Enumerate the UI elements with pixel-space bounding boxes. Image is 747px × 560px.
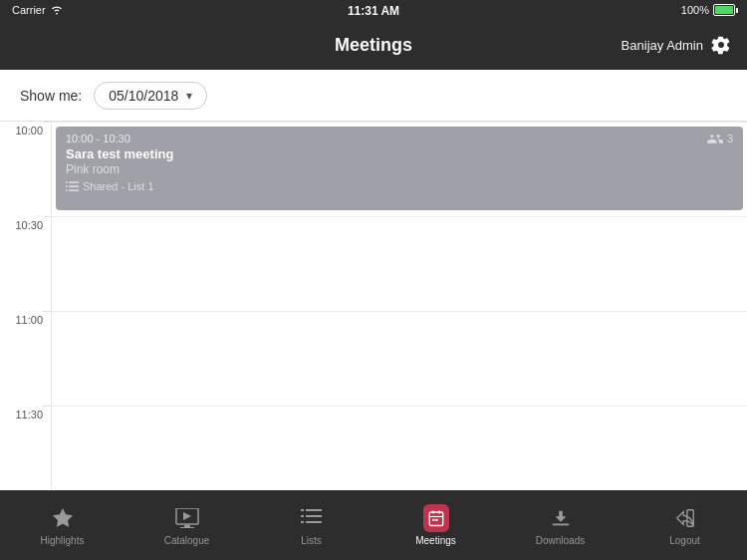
- battery-icon: [713, 4, 735, 16]
- wifi-icon: [50, 5, 64, 15]
- chevron-down-icon: ▾: [186, 89, 192, 103]
- time-label-1000: 10:00: [15, 126, 43, 137]
- settings-icon[interactable]: [711, 35, 731, 55]
- event-room: Pink room: [66, 162, 733, 176]
- lists-icon: [299, 505, 325, 531]
- svg-rect-11: [306, 515, 322, 517]
- event-title: Sara test meeting: [66, 146, 733, 161]
- time-slot-1130: 11:30: [0, 406, 51, 490]
- date-value: 05/10/2018: [109, 88, 178, 104]
- svg-rect-13: [301, 509, 304, 511]
- admin-name: Banijay Admin: [622, 38, 703, 53]
- lists-label: Lists: [301, 535, 322, 546]
- tab-logout[interactable]: Logout: [622, 497, 747, 554]
- show-me-label: Show me:: [20, 88, 82, 104]
- svg-rect-12: [306, 521, 322, 523]
- status-time: 11:31 AM: [348, 4, 399, 18]
- highlights-label: Highlights: [41, 535, 85, 546]
- svg-rect-20: [432, 518, 434, 520]
- hour-block-10: 3 10:00 - 10:30 Sara test meeting Pink r…: [52, 122, 747, 216]
- svg-rect-9: [180, 527, 194, 528]
- svg-rect-1: [69, 185, 79, 187]
- time-column: 10:00 10:30 11:00 11:30: [0, 122, 52, 490]
- svg-rect-2: [69, 189, 79, 191]
- svg-marker-7: [183, 512, 191, 520]
- svg-rect-8: [184, 525, 190, 527]
- catalogue-label: Catalogue: [164, 535, 210, 546]
- svg-rect-0: [69, 181, 79, 183]
- event-time: 10:00 - 10:30: [66, 133, 733, 144]
- hour-block-1130: [52, 406, 747, 490]
- svg-rect-15: [301, 521, 304, 523]
- event-list-name: Shared - List 1: [83, 180, 154, 192]
- svg-rect-14: [301, 515, 304, 517]
- tab-bar: Highlights Catalogue Lists: [0, 490, 747, 560]
- svg-rect-10: [306, 509, 322, 511]
- status-bar: Carrier 11:31 AM 100%: [0, 0, 747, 20]
- hour-block-1030: [52, 216, 747, 311]
- event-attendees: 3: [707, 133, 733, 144]
- date-dropdown[interactable]: 05/10/2018 ▾: [94, 82, 207, 110]
- tab-lists[interactable]: Lists: [249, 497, 374, 554]
- attendees-count: 3: [727, 133, 733, 144]
- list-icon: [66, 181, 79, 192]
- downloads-label: Downloads: [536, 535, 585, 546]
- catalogue-icon: [174, 505, 200, 531]
- hour-block-1100: [52, 311, 747, 406]
- time-label-1100: 11:00: [15, 315, 43, 326]
- tab-highlights[interactable]: Highlights: [0, 497, 124, 554]
- time-slot-1000: 10:00: [0, 122, 51, 216]
- meetings-label: Meetings: [415, 535, 456, 546]
- event-list: Shared - List 1: [66, 180, 733, 192]
- svg-rect-3: [66, 181, 68, 183]
- tab-meetings[interactable]: Meetings: [374, 497, 498, 554]
- content-area: Show me: 05/10/2018 ▾ 10:00 10:30 11:00 …: [0, 70, 747, 490]
- highlights-icon: [50, 505, 76, 531]
- svg-rect-5: [66, 189, 68, 191]
- time-label-1030: 10:30: [15, 220, 43, 231]
- battery-label: 100%: [681, 4, 709, 16]
- svg-rect-4: [66, 185, 68, 187]
- svg-rect-22: [552, 523, 569, 525]
- admin-area: Banijay Admin: [622, 35, 731, 55]
- header: Meetings Banijay Admin: [0, 20, 747, 70]
- downloads-icon: [548, 505, 574, 531]
- carrier-label: Carrier: [12, 4, 46, 16]
- event-card[interactable]: 3 10:00 - 10:30 Sara test meeting Pink r…: [56, 127, 743, 210]
- page-title: Meetings: [335, 35, 412, 56]
- tab-downloads[interactable]: Downloads: [498, 497, 622, 554]
- tab-catalogue[interactable]: Catalogue: [124, 497, 249, 554]
- time-slot-1030: 10:30: [0, 216, 51, 311]
- svg-rect-21: [435, 518, 437, 520]
- time-slot-1100: 11:00: [0, 311, 51, 406]
- events-column: 3 10:00 - 10:30 Sara test meeting Pink r…: [52, 122, 747, 490]
- meetings-icon: [423, 505, 449, 531]
- time-label-1130: 11:30: [15, 410, 43, 420]
- show-me-bar: Show me: 05/10/2018 ▾: [0, 70, 747, 122]
- schedule-area: 10:00 10:30 11:00 11:30: [0, 122, 747, 490]
- carrier-text: Carrier: [12, 4, 64, 16]
- logout-icon: [672, 505, 698, 531]
- logout-label: Logout: [669, 535, 700, 546]
- attendees-icon: [707, 133, 723, 144]
- battery-area: 100%: [681, 4, 735, 16]
